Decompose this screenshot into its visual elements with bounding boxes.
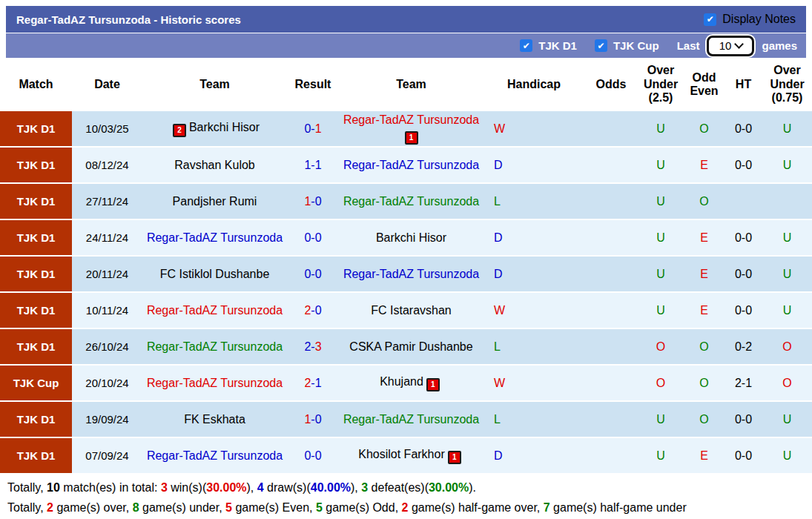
league-filter-tjk-d1[interactable]: ✔ TJK D1 (520, 39, 577, 52)
away-team: Regar-TadAZ Tursunzoda (339, 148, 483, 182)
odd-even: E (684, 293, 724, 328)
league-badge: TJK D1 (0, 402, 72, 437)
table-row: TJK D126/10/24Regar-TadAZ Tursunzoda2-3C… (0, 329, 812, 366)
home-team: Regar-TadAZ Tursunzoda (142, 220, 287, 255)
tjk-cup-checkbox[interactable]: ✔ (595, 39, 607, 52)
odd-even: E (684, 148, 724, 182)
league-badge: TJK D1 (0, 293, 72, 328)
odds-cell (584, 402, 638, 437)
scores-table: MatchDateTeamResultTeamHandicapOddsOver … (0, 58, 812, 475)
league-badge: TJK D1 (0, 148, 72, 182)
over-under-25: U (638, 257, 684, 291)
display-notes-toggle[interactable]: ✔ Display Notes (704, 13, 796, 26)
summary-text: 30.00% (206, 481, 246, 494)
summary-text: 8 (133, 501, 139, 514)
handicap-result: D (483, 148, 584, 182)
table-row: TJK D110/03/252Barkchi Hisor0-1Regar-Tad… (0, 111, 812, 148)
match-date: 24/11/24 (72, 220, 142, 255)
half-time-score (724, 184, 762, 219)
match-date: 07/09/24 (72, 438, 142, 473)
half-time-score: 0-0 (724, 111, 762, 146)
away-team: FC Istaravshan (339, 293, 483, 328)
away-team-name: Regar-TadAZ Tursunzoda (343, 412, 479, 426)
last-games-select[interactable]: 10 (707, 36, 754, 56)
score: 0-0 (287, 220, 339, 255)
home-team: Regar-TadAZ Tursunzoda (142, 366, 287, 400)
home-team-name: Regar-TadAZ Tursunzoda (147, 231, 283, 245)
score: 1-1 (287, 148, 339, 182)
summary-text: game(s) under, (139, 501, 226, 514)
summary-text: ), (247, 481, 257, 494)
odds-cell (584, 293, 638, 328)
display-notes-checkbox[interactable]: ✔ (704, 13, 716, 26)
league-badge: TJK D1 (0, 257, 72, 291)
column-header: Match (0, 78, 72, 91)
home-team-name: Pandjsher Rumi (173, 194, 257, 208)
tjk-cup-label: TJK Cup (613, 39, 659, 52)
over-under-075 (762, 184, 812, 219)
away-team: Regar-TadAZ Tursunzoda (339, 402, 483, 437)
over-under-075: O (762, 329, 812, 364)
score: 0-0 (287, 438, 339, 473)
odds-cell (584, 366, 638, 400)
over-under-075: U (762, 148, 812, 182)
league-filter-tjk-cup[interactable]: ✔ TJK Cup (595, 39, 659, 52)
league-badge: TJK D1 (0, 329, 72, 364)
handicap-result: D (483, 220, 584, 255)
match-date: 20/11/24 (72, 257, 142, 291)
league-badge: TJK D1 (0, 220, 72, 255)
odd-even: E (684, 257, 724, 291)
summary-text: 5 (225, 501, 232, 514)
away-team-name: Barkchi Hisor (376, 231, 446, 245)
table-row: TJK D119/09/24FK Eskhata1-0Regar-TadAZ T… (0, 402, 812, 438)
away-team: CSKA Pamir Dushanbe (339, 329, 483, 364)
odd-even: E (684, 438, 724, 473)
column-header: Odds (584, 78, 638, 91)
away-team: Khosilot Farkhor1 (339, 438, 483, 473)
column-header: Handicap (483, 78, 584, 91)
table-row: TJK D124/11/24Regar-TadAZ Tursunzoda0-0B… (0, 220, 812, 257)
summary-text: game(s) over, (53, 501, 133, 514)
over-under-25: U (638, 220, 684, 255)
summary-text: ), (351, 481, 361, 494)
away-team-name: Regar-TadAZ Tursunzoda (343, 158, 479, 172)
odds-cell (584, 257, 638, 291)
summary-text: match(es) in total: (60, 481, 161, 494)
summary-text: Totally, (7, 501, 47, 514)
match-date: 27/11/24 (72, 184, 142, 219)
handicap-result: L (483, 329, 584, 364)
odds-cell (584, 148, 638, 182)
odd-even: O (684, 184, 724, 219)
column-header: Team (339, 78, 483, 91)
tjk-d1-label: TJK D1 (538, 39, 577, 52)
over-under-075: U (762, 438, 812, 473)
over-under-25: U (638, 293, 684, 328)
handicap-result: W (483, 293, 584, 328)
home-team: Ravshan Kulob (142, 148, 287, 182)
away-team-name: Regar-TadAZ Tursunzoda (343, 267, 479, 281)
summary-text: 2 (47, 501, 53, 514)
odds-cell (584, 184, 638, 219)
over-under-075: U (762, 402, 812, 437)
home-team: FK Eskhata (142, 402, 287, 437)
column-header: Team (142, 78, 287, 91)
away-team: Regar-TadAZ Tursunzoda (339, 184, 483, 219)
tjk-d1-checkbox[interactable]: ✔ (520, 39, 532, 52)
home-team: 2Barkchi Hisor (142, 111, 287, 146)
last-games-value: 10 (719, 39, 732, 52)
column-header: HT (724, 78, 762, 91)
match-date: 10/11/24 (72, 293, 142, 328)
summary-text: 3 (361, 481, 368, 494)
table-row: TJK Cup20/10/24Regar-TadAZ Tursunzoda2-1… (0, 366, 812, 402)
home-team: FC Istiklol Dushanbe (142, 257, 287, 291)
score: 1-0 (287, 184, 339, 219)
match-date: 26/10/24 (72, 329, 142, 364)
summary-line-results: Totally, 10 match(es) in total: 3 win(s)… (7, 480, 805, 496)
away-team: Khujand1 (339, 366, 483, 400)
table-body: TJK D110/03/252Barkchi Hisor0-1Regar-Tad… (0, 111, 812, 475)
home-team-name: Ravshan Kulob (174, 158, 255, 172)
odds-cell (584, 111, 638, 146)
table-row: TJK D110/11/24Regar-TadAZ Tursunzoda2-0F… (0, 293, 812, 329)
over-under-075: U (762, 257, 812, 291)
summary-text: Totally, (7, 481, 47, 494)
